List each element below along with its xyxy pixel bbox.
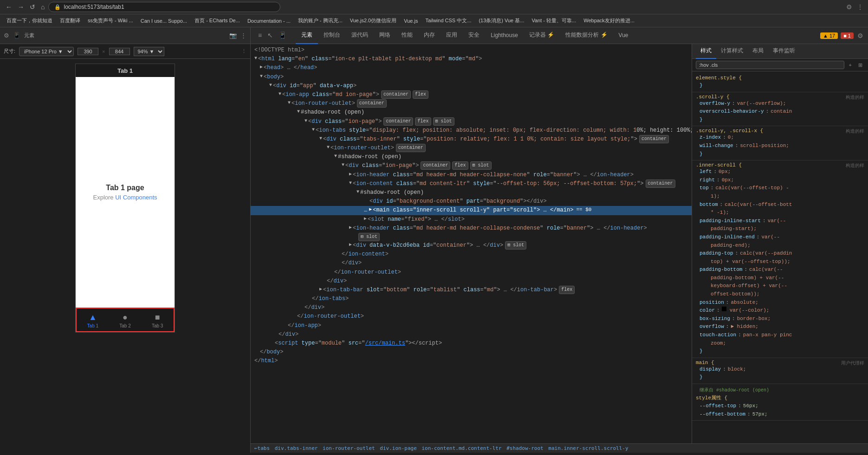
phone-tab-1[interactable]: ▲ Tab 1 bbox=[77, 309, 109, 331]
html-line-ion-header-1[interactable]: ▶ <ion-header class="md header-md header… bbox=[251, 171, 692, 179]
reload-button[interactable]: ↺ bbox=[28, 2, 37, 12]
breadcrumb-tabs-inner[interactable]: div.tabs-inner bbox=[275, 445, 318, 451]
bookmark-baidu[interactable]: 百度一下，你就知道 bbox=[4, 17, 55, 25]
bookmark-translate[interactable]: 百度翻译 bbox=[57, 17, 83, 25]
tab-kongzhitai[interactable]: 控制台 bbox=[318, 27, 346, 44]
extensions-button[interactable]: ⚙ bbox=[845, 2, 853, 12]
bookmark-tencent[interactable]: 我的账户 - 腾讯充... bbox=[295, 17, 345, 25]
tab-lighthouse[interactable]: Lighthouse bbox=[485, 27, 524, 44]
breadcrumb-tabs[interactable]: ←tabs bbox=[254, 445, 270, 451]
breadcrumb-ion-page[interactable]: div.ion-page bbox=[380, 445, 416, 451]
address-bar[interactable]: 🔒 localhost:5173/tabs/tab1 bbox=[48, 2, 280, 12]
badge-container2[interactable]: container bbox=[357, 99, 387, 108]
badge-container7[interactable]: container bbox=[421, 161, 450, 170]
breadcrumb-shadow-root[interactable]: #shadow-root bbox=[506, 445, 543, 451]
subtitle-link[interactable]: UI Components bbox=[115, 194, 157, 201]
badge-slot2[interactable]: ⊞ slot bbox=[470, 161, 492, 170]
badge-slot3[interactable]: ⊞ slot bbox=[358, 233, 380, 241]
html-line-close-div1[interactable]: </div> bbox=[251, 259, 692, 268]
tab-neicun[interactable]: 内存 bbox=[418, 27, 440, 44]
html-line-shadow-3[interactable]: ▼ #shadow-root (open) bbox=[251, 188, 692, 197]
html-line-tabs-inner[interactable]: ▼ <div class="tabs-inner" style="positio… bbox=[251, 135, 692, 144]
devtools-icon[interactable]: ⚙ bbox=[4, 32, 9, 39]
tab-xingneng[interactable]: 性能 bbox=[396, 27, 418, 44]
tab-wangluo[interactable]: 网络 bbox=[374, 27, 396, 44]
html-line-router-outlet-2[interactable]: ▼ <ion-router-outlet> container bbox=[251, 144, 692, 153]
badge-flex2[interactable]: flex bbox=[415, 117, 431, 126]
badge-container5[interactable]: container bbox=[639, 135, 669, 143]
more-responsive-icon[interactable]: ⋮ bbox=[241, 48, 246, 54]
width-input[interactable] bbox=[78, 48, 98, 55]
html-line-slot-fixed[interactable]: ▶ <slot name="fixed"> … </slot> bbox=[251, 215, 692, 224]
html-line-router-outlet-1[interactable]: ▼ <ion-router-outlet> container bbox=[251, 99, 692, 108]
more-options-icon[interactable]: ⋮ bbox=[240, 32, 246, 39]
phone-tab-3[interactable]: ■ Tab 3 bbox=[141, 309, 174, 331]
devtools-cursor-icon[interactable]: ↖ bbox=[267, 32, 273, 39]
html-line-ion-header-2[interactable]: ▶ <ion-header class="md header-md header… bbox=[251, 224, 692, 233]
tab-anquan[interactable]: 安全 bbox=[463, 27, 485, 44]
breadcrumb-router-outlet[interactable]: ion-router-outlet bbox=[323, 445, 375, 451]
bookmark-caniuse[interactable]: Can I use... Suppo... bbox=[138, 18, 190, 24]
breadcrumb-main[interactable]: main.inner-scroll.scroll-y bbox=[548, 445, 628, 451]
responsive-icon[interactable]: 📱 bbox=[13, 32, 20, 39]
html-line-close-div3[interactable]: </div> bbox=[251, 303, 692, 312]
html-line-ion-content[interactable]: ▼ <ion-content class="md content-ltr" st… bbox=[251, 179, 692, 188]
bookmark-docs[interactable]: Documentation - ... bbox=[245, 18, 293, 24]
bookmark-ss[interactable]: ss免责声号 - Wiki ... bbox=[85, 17, 136, 25]
html-line-close-html[interactable]: </html> bbox=[251, 357, 692, 365]
html-line-ion-page-div[interactable]: ▼ <div class="ion-page" > container flex… bbox=[251, 117, 692, 126]
styles-tab-yangshi[interactable]: 样式 bbox=[696, 44, 716, 59]
html-line-ion-app[interactable]: ▼ <ion-app class="md ion-page" > contain… bbox=[251, 90, 692, 99]
html-line-close-router-outlet-2[interactable]: </ion-router-outlet> bbox=[251, 268, 692, 277]
bookmark-csdn[interactable]: (13条消息) Vue 基... bbox=[476, 17, 527, 25]
html-line-slot-badge[interactable]: ⊞ slot bbox=[251, 233, 692, 241]
html-line-close-ion-app[interactable]: </ion-app> bbox=[251, 321, 692, 330]
html-line-html[interactable]: ▼ <html lang="en" class="ion-ce plt-tabl… bbox=[251, 55, 692, 64]
tab-vue[interactable]: Vue bbox=[613, 27, 634, 44]
forward-button[interactable]: → bbox=[16, 2, 26, 12]
html-line-close-body[interactable]: </body> bbox=[251, 348, 692, 357]
html-line-shadow-2[interactable]: ▼ #shadow-root (open) bbox=[251, 153, 692, 161]
bookmark-vant[interactable]: Vant - 轻量、可靠... bbox=[529, 17, 579, 25]
badge-container6[interactable]: container bbox=[396, 144, 426, 152]
menu-button[interactable]: ⋮ bbox=[856, 2, 864, 12]
html-line-shadow-1[interactable]: ▼ #shadow-root (open) bbox=[251, 108, 692, 117]
html-line-close-div2[interactable]: </div> bbox=[251, 277, 692, 286]
styles-tab-layout[interactable]: 布局 bbox=[748, 44, 768, 59]
home-button[interactable]: ⌂ bbox=[39, 2, 46, 12]
back-button[interactable]: ← bbox=[4, 2, 14, 12]
zoom-selector[interactable]: 94% ▼ bbox=[134, 47, 164, 56]
badge-slot4[interactable]: ⊞ slot bbox=[505, 241, 526, 250]
devtools-hamburger-icon[interactable]: ≡ bbox=[258, 32, 262, 39]
tab-yingyong[interactable]: 应用 bbox=[440, 27, 463, 44]
html-line-main-selected[interactable]: … ▶ <main class="inner-scroll scroll-y" … bbox=[251, 206, 692, 215]
height-input[interactable] bbox=[109, 48, 130, 55]
badge-flex4[interactable]: flex bbox=[452, 161, 468, 170]
badge-container8[interactable]: container bbox=[646, 179, 675, 188]
bookmark-tailwind[interactable]: Tailwind CSS 中文... bbox=[422, 17, 474, 25]
add-style-button[interactable]: + bbox=[847, 61, 854, 69]
device-selector[interactable]: iPhone 12 Pro ▼ bbox=[19, 47, 74, 56]
tab-yuandaima[interactable]: 源代码 bbox=[346, 27, 374, 44]
tab-recorder[interactable]: 记录器 ⚡ bbox=[524, 27, 560, 44]
styles-tab-computed[interactable]: 计算样式 bbox=[716, 44, 748, 59]
html-line-ion-tab-bar[interactable]: ▶ <ion-tab-bar slot="bottom" role="tabli… bbox=[251, 286, 692, 295]
html-line-head[interactable]: ▶ <head> … </head> bbox=[251, 64, 692, 72]
styles-filter-input[interactable] bbox=[696, 61, 844, 69]
phone-tab-2[interactable]: ● Tab 2 bbox=[109, 309, 142, 331]
html-line-script[interactable]: <script type="module" src="/src/main.ts"… bbox=[251, 339, 692, 348]
bookmark-vuejs[interactable]: Vue.js bbox=[401, 18, 421, 24]
html-line-close-ion-tabs[interactable]: </ion-tabs> bbox=[251, 295, 692, 303]
html-line-body[interactable]: ▼ <body> bbox=[251, 73, 692, 82]
badge-flex[interactable]: flex bbox=[413, 90, 428, 99]
bookmark-echarts[interactable]: 首页 - ECharts De... bbox=[192, 17, 243, 25]
html-line-ion-tabs[interactable]: ▼ <ion-tabs style="display: flex; positi… bbox=[251, 126, 692, 135]
toggle-style-button[interactable]: ⊞ bbox=[856, 61, 864, 69]
html-line-close-ion-content[interactable]: </ion-content> bbox=[251, 250, 692, 259]
bookmark-webpack[interactable]: Webpack友好的推进... bbox=[581, 17, 637, 25]
styles-tab-events[interactable]: 事件监听 bbox=[768, 44, 800, 59]
html-line-ion-page-2[interactable]: ▼ <div class="ion-page" > container flex… bbox=[251, 161, 692, 170]
tab-perf-data[interactable]: 性能数据分析 ⚡ bbox=[560, 27, 613, 44]
html-line-div-container[interactable]: ▶ <div data-v-b2cd6eba id="container"> …… bbox=[251, 241, 692, 250]
badge-container[interactable]: container bbox=[381, 90, 411, 99]
